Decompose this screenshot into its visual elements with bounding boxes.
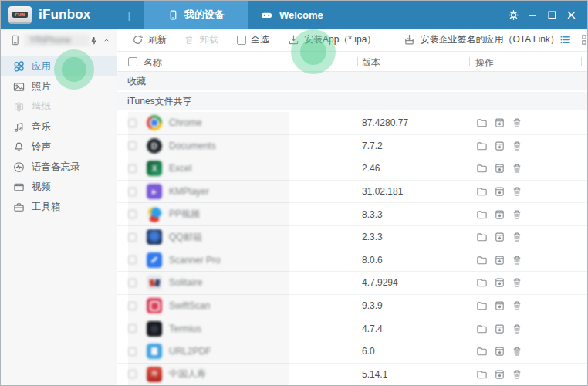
- chevron-up-icon[interactable]: [103, 37, 110, 43]
- backup-ipa-button[interactable]: [494, 232, 505, 243]
- backup-ipa-button[interactable]: [494, 163, 505, 174]
- backup-ipa-button[interactable]: [494, 186, 505, 198]
- delete-app-button[interactable]: [512, 300, 523, 312]
- backup-ipa-button[interactable]: [494, 323, 505, 334]
- delete-app-button[interactable]: [512, 140, 523, 151]
- open-folder-button[interactable]: [476, 208, 488, 220]
- sidebar-item-voice-memos[interactable]: 语音备忘录: [1, 157, 117, 177]
- ppvideo-app-icon: [147, 207, 162, 222]
- table-row[interactable]: SwiftScan9.3.9: [117, 295, 588, 318]
- tab-welcome[interactable]: Welcome: [248, 1, 335, 29]
- open-folder-button[interactable]: [476, 254, 488, 266]
- table-row[interactable]: KMPlayer31.02.181: [117, 181, 588, 204]
- delete-app-button[interactable]: [512, 186, 523, 198]
- maximize-button[interactable]: [546, 8, 558, 21]
- grid-view-icon[interactable]: [581, 34, 588, 46]
- delete-app-button[interactable]: [512, 117, 523, 129]
- table-row[interactable]: Excel2.46: [117, 157, 588, 181]
- table-row[interactable]: Documents7.7.2: [117, 135, 588, 158]
- backup-ipa-button[interactable]: [494, 208, 505, 220]
- delete-app-button[interactable]: [512, 368, 523, 380]
- open-folder-button[interactable]: [476, 368, 488, 380]
- app-rows: Chrome87.4280.77Documents7.7.2Excel2.46K…: [117, 112, 588, 386]
- scannerpro-app-icon: [147, 252, 162, 268]
- header-select-checkbox[interactable]: [128, 57, 137, 66]
- delete-app-button[interactable]: [512, 232, 523, 243]
- row-checkbox[interactable]: [128, 164, 137, 173]
- backup-ipa-button[interactable]: [494, 140, 505, 151]
- delete-app-button[interactable]: [512, 254, 523, 266]
- row-checkbox[interactable]: [128, 279, 137, 287]
- row-checkbox[interactable]: [128, 141, 137, 150]
- sidebar-item-photos[interactable]: 照片: [1, 76, 117, 96]
- sidebar-item-apps[interactable]: 应用: [1, 56, 117, 76]
- sidebar-item-toolbox[interactable]: 工具箱: [1, 197, 117, 217]
- open-folder-button[interactable]: [476, 163, 488, 174]
- sidebar-item-label: 语音备忘录: [32, 161, 80, 174]
- close-button[interactable]: [565, 8, 577, 21]
- table-row[interactable]: URL2PDF6.0: [117, 340, 588, 364]
- tab-my-devices[interactable]: 我的设备: [144, 1, 248, 29]
- row-checkbox[interactable]: [128, 210, 137, 218]
- app-name: 中国人寿: [169, 367, 206, 381]
- list-view-icon[interactable]: [559, 34, 571, 46]
- row-checkbox[interactable]: [128, 256, 137, 264]
- install-app-button[interactable]: 安装App（*.ipa）: [288, 33, 376, 46]
- row-checkbox[interactable]: [128, 233, 137, 242]
- delete-app-button[interactable]: [512, 277, 523, 289]
- row-checkbox[interactable]: [128, 324, 137, 333]
- sidebar-item-wallpaper[interactable]: 墙纸: [1, 96, 117, 117]
- table-row[interactable]: Chrome87.4280.77: [117, 112, 588, 135]
- settings-gear-icon[interactable]: [507, 8, 519, 21]
- section-itunes-file-sharing[interactable]: iTunes文件共享: [117, 92, 588, 112]
- open-folder-button[interactable]: [476, 186, 488, 198]
- open-folder-button[interactable]: [476, 232, 488, 243]
- open-folder-button[interactable]: [476, 300, 488, 312]
- install-ota-button[interactable]: 安装企业签名的应用（OTA Link）: [404, 33, 559, 46]
- row-checkbox[interactable]: [128, 370, 137, 378]
- select-all-button[interactable]: 全选: [237, 33, 269, 46]
- row-checkbox[interactable]: [128, 347, 137, 356]
- phone-icon: [168, 9, 178, 21]
- backup-ipa-button[interactable]: [494, 368, 505, 380]
- table-row[interactable]: 中国人寿5.14.1: [117, 364, 588, 386]
- open-folder-button[interactable]: [476, 323, 488, 334]
- delete-app-button[interactable]: [512, 323, 523, 334]
- table-row[interactable]: Solitaire4.7.9294: [117, 272, 588, 295]
- delete-app-button[interactable]: [512, 346, 523, 357]
- device-header[interactable]: YRiPhone: [1, 29, 117, 52]
- row-checkbox[interactable]: [128, 302, 137, 310]
- minimize-button[interactable]: [526, 8, 539, 21]
- ifunbox-logo-icon: FUN: [8, 6, 32, 24]
- window-controls: [507, 8, 577, 21]
- uninstall-label: 卸载: [200, 33, 218, 46]
- sidebar-item-music[interactable]: 音乐: [1, 117, 117, 137]
- open-folder-button[interactable]: [476, 140, 488, 151]
- table-row[interactable]: QQ邮箱2.3.3: [117, 226, 588, 249]
- backup-ipa-button[interactable]: [494, 277, 505, 289]
- backup-ipa-button[interactable]: [494, 300, 505, 312]
- row-actions: [476, 254, 523, 266]
- uninstall-button[interactable]: 卸载: [184, 33, 218, 46]
- usb-icon: [90, 35, 98, 46]
- sidebar-item-videos[interactable]: 视频: [1, 177, 117, 197]
- row-name-group: Termius: [128, 317, 201, 340]
- row-checkbox[interactable]: [128, 188, 137, 196]
- row-name-group: PP视频: [128, 203, 200, 225]
- row-checkbox[interactable]: [128, 119, 137, 127]
- delete-app-button[interactable]: [512, 208, 523, 220]
- backup-ipa-button[interactable]: [494, 346, 505, 357]
- table-row[interactable]: PP视频8.3.3: [117, 203, 588, 226]
- backup-ipa-button[interactable]: [494, 254, 505, 266]
- row-name-group: Excel: [128, 157, 191, 180]
- sidebar-item-ringtones[interactable]: 铃声: [1, 137, 117, 157]
- backup-ipa-button[interactable]: [494, 117, 505, 129]
- section-favorites[interactable]: 收藏: [117, 72, 588, 92]
- table-row[interactable]: Scanner Pro8.0.6: [117, 249, 588, 273]
- delete-app-button[interactable]: [512, 163, 523, 174]
- open-folder-button[interactable]: [476, 346, 488, 357]
- table-row[interactable]: Termius4.7.4: [117, 317, 588, 340]
- refresh-button[interactable]: 刷新: [132, 33, 167, 46]
- open-folder-button[interactable]: [476, 117, 488, 129]
- open-folder-button[interactable]: [476, 277, 488, 289]
